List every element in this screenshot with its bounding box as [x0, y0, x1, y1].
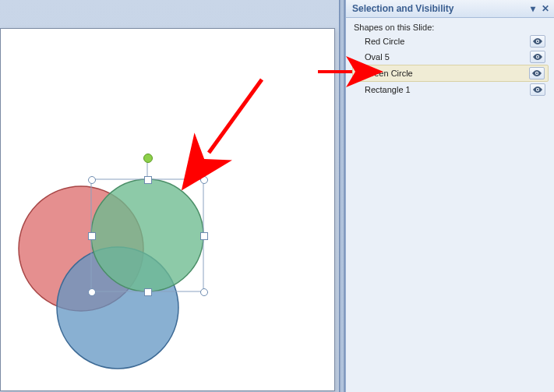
list-item-rectangle-1[interactable]: Rectangle 1 — [352, 82, 549, 97]
green-circle-shape[interactable] — [91, 179, 203, 291]
pane-title: Selection and Visibility — [352, 3, 527, 14]
canvas-svg — [1, 29, 334, 390]
rotation-handle[interactable] — [143, 154, 153, 163]
visibility-toggle-icon[interactable] — [529, 67, 545, 79]
list-item-label: Oval 5 — [365, 52, 530, 62]
list-item-label: Red Circle — [365, 37, 530, 46]
shape-list: Red Circle Oval 5 Green Circle Rectangle… — [346, 34, 554, 97]
selection-pane: Selection and Visibility ▾ ✕ Shapes on t… — [345, 0, 554, 392]
handle-ne[interactable] — [200, 176, 208, 184]
handle-s[interactable] — [144, 288, 152, 296]
list-item-red-circle[interactable]: Red Circle — [352, 34, 549, 49]
handle-e[interactable] — [200, 232, 208, 240]
pane-subtitle: Shapes on this Slide: — [346, 18, 554, 34]
handle-n[interactable] — [144, 176, 152, 184]
handle-se[interactable] — [200, 288, 208, 296]
visibility-toggle-icon[interactable] — [530, 83, 545, 96]
visibility-toggle-icon[interactable] — [530, 35, 545, 48]
svg-point-2 — [536, 72, 538, 74]
pane-menu-icon[interactable]: ▾ — [527, 3, 539, 14]
slide-canvas[interactable] — [0, 28, 335, 391]
pane-close-icon[interactable]: ✕ — [539, 3, 552, 14]
list-item-label: Green Circle — [365, 69, 529, 78]
splitter[interactable] — [339, 0, 345, 392]
handle-w[interactable] — [88, 232, 96, 240]
handle-nw[interactable] — [88, 176, 96, 184]
svg-point-0 — [537, 41, 538, 42]
list-item-green-circle[interactable]: Green Circle — [352, 65, 549, 82]
list-item-oval-5[interactable]: Oval 5 — [352, 49, 549, 65]
list-item-label: Rectangle 1 — [365, 85, 530, 94]
workspace: Selection and Visibility ▾ ✕ Shapes on t… — [0, 0, 554, 392]
pane-header: Selection and Visibility ▾ ✕ — [346, 0, 554, 18]
handle-sw[interactable] — [88, 288, 96, 296]
svg-point-3 — [537, 89, 538, 90]
svg-point-1 — [537, 56, 538, 58]
visibility-toggle-icon[interactable] — [530, 51, 545, 63]
